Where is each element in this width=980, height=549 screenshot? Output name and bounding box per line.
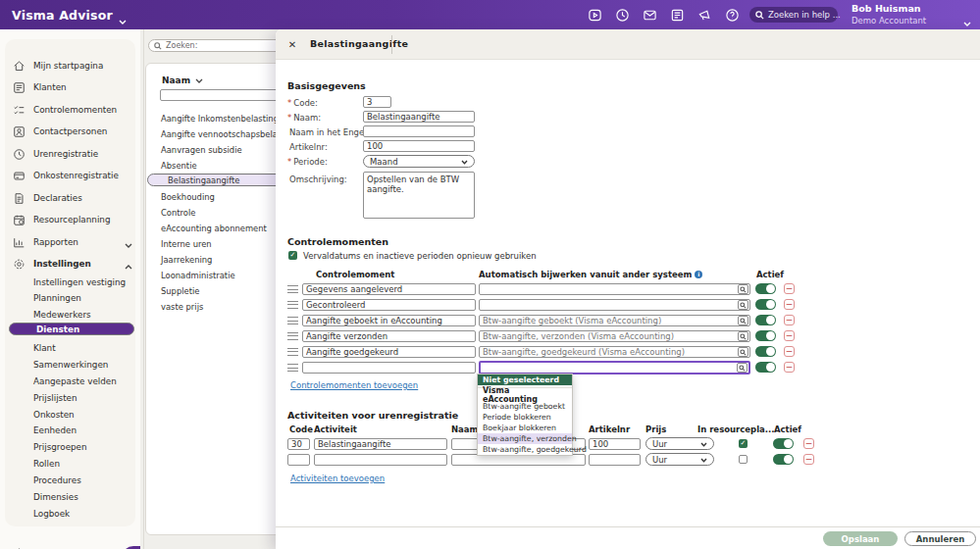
active-toggle[interactable] [755, 330, 776, 341]
controlemoment-input[interactable] [302, 346, 476, 358]
drag-handle-icon[interactable] [287, 301, 298, 309]
lookup-icon[interactable] [737, 363, 748, 373]
sidebar-item-onkosten[interactable]: Onkosten [13, 407, 132, 422]
video-tutorials-button[interactable] [587, 7, 603, 24]
help-button[interactable] [724, 7, 741, 24]
list-item[interactable]: Aangifte Inkomstenbelasting [147, 111, 288, 126]
list-item[interactable]: Loonadministratie [147, 268, 288, 283]
dropdown-option-hovered[interactable]: Btw-aangifte, verzonden [478, 433, 572, 444]
sidebar-item-procedures[interactable]: Procedures [13, 473, 132, 487]
artikelnr-cell-input[interactable] [589, 454, 641, 466]
drag-handle-icon[interactable] [287, 317, 298, 324]
resourceplanning-checkbox[interactable] [739, 455, 748, 464]
sidebar-item-controlemomenten[interactable]: Controlemomenten [13, 101, 132, 119]
lookup-icon[interactable] [738, 347, 748, 357]
lookup-icon[interactable] [738, 284, 748, 294]
sidebar-item-eenheden[interactable]: Eenheden [13, 423, 132, 437]
list-item[interactable]: Aanvragen subsidie [147, 142, 288, 158]
drag-handle-icon[interactable] [287, 332, 298, 340]
active-toggle[interactable] [773, 438, 794, 449]
column-header-naam[interactable]: Naam [162, 75, 203, 85]
drag-handle-icon[interactable] [287, 285, 298, 293]
sidebar-item-resourceplanning[interactable]: Resourceplanning [13, 211, 132, 228]
sidebar-item-instellingen[interactable]: Instellingen [13, 255, 132, 273]
add-activiteiten-link[interactable]: Activiteiten toevoegen [290, 474, 385, 483]
activiteit-cell-input[interactable] [314, 454, 447, 466]
sidebar-item-rollen[interactable]: Rollen [13, 456, 132, 471]
resourceplanning-checkbox[interactable]: ✓ [739, 439, 748, 448]
sidebar-item-contactpersonen[interactable]: Contactpersonen [13, 123, 132, 140]
sidebar-item-prijsgroepen[interactable]: Prijsgroepen [13, 439, 132, 454]
sidebar-item-diensten[interactable]: Diensten [9, 323, 134, 335]
cancel-button[interactable]: Annuleren [904, 531, 976, 546]
history-button[interactable] [614, 7, 631, 24]
info-icon[interactable]: i [695, 271, 702, 278]
controlemoment-input[interactable] [302, 315, 476, 326]
list-search-input[interactable]: Zoeken: [148, 39, 285, 52]
activiteit-cell-input[interactable] [314, 438, 447, 450]
remove-row-button[interactable]: − [784, 283, 795, 294]
dropdown-option[interactable]: Boekjaar blokkeren [478, 423, 572, 433]
drag-handle-icon[interactable] [287, 364, 298, 372]
dropdown-option-none[interactable]: Niet geselecteerd [478, 374, 572, 385]
remove-row-button[interactable]: − [803, 454, 814, 465]
controlemoment-input[interactable] [302, 330, 476, 342]
active-toggle[interactable] [755, 346, 776, 357]
news-button[interactable] [669, 7, 686, 24]
list-item-selected[interactable]: Belastingaangifte [147, 174, 288, 186]
app-logo[interactable]: Visma Advisor [12, 8, 127, 23]
remove-row-button[interactable]: − [784, 299, 795, 310]
sidebar-item-onkostenregistratie[interactable]: Onkostenregistratie [13, 167, 132, 184]
lookup-icon[interactable] [738, 331, 748, 341]
messages-button[interactable] [642, 7, 658, 24]
code-cell-input[interactable] [287, 454, 310, 466]
list-item[interactable]: Absentie [147, 158, 288, 174]
sidebar-item-declaraties[interactable]: Declaraties [13, 189, 132, 207]
lookup-icon[interactable] [738, 316, 748, 325]
omschrijving-textarea[interactable]: Opstellen van de BTW aangifte. [363, 172, 475, 219]
add-controlemomenten-link[interactable]: Controlemomenten toevoegen [290, 380, 418, 390]
list-item[interactable]: vaste prijs [147, 299, 288, 315]
naam-input[interactable] [363, 111, 475, 123]
artikelnr-cell-input[interactable] [589, 438, 641, 450]
remove-row-button[interactable]: − [784, 330, 795, 341]
auto-update-combo[interactable] [479, 330, 750, 342]
active-toggle[interactable] [755, 299, 776, 310]
remove-row-button[interactable]: − [784, 315, 795, 325]
code-cell-input[interactable] [287, 438, 310, 450]
user-menu-chevron-icon[interactable] [963, 12, 971, 17]
save-button[interactable]: Opslaan [823, 531, 898, 546]
active-toggle[interactable] [755, 283, 776, 294]
remove-row-button[interactable]: − [784, 346, 795, 357]
active-toggle[interactable] [755, 315, 776, 325]
sidebar-item-medewerkers[interactable]: Medewerkers [13, 307, 132, 322]
prijs-select[interactable]: Uur [645, 437, 714, 450]
auto-update-combo[interactable] [479, 283, 750, 295]
close-icon[interactable]: ✕ [285, 37, 299, 51]
sidebar-item-klanten[interactable]: Klanten [13, 78, 132, 96]
auto-update-combo-focused[interactable] [479, 361, 750, 374]
dropdown-option[interactable]: Periode blokkeren [478, 412, 572, 423]
list-item[interactable]: Suppletie [147, 283, 288, 299]
naam-engels-input[interactable] [363, 125, 475, 137]
code-input[interactable] [363, 96, 391, 108]
list-item[interactable]: Boekhouding [147, 189, 288, 205]
sidebar-item-planningen[interactable]: Planningen [13, 290, 132, 305]
active-toggle[interactable] [755, 362, 776, 373]
remove-row-button[interactable]: − [803, 438, 814, 449]
controlemoment-input[interactable] [302, 299, 476, 311]
announcements-button[interactable] [696, 7, 713, 24]
artikelnr-input[interactable] [363, 140, 475, 152]
sidebar-item-logboek[interactable]: Logboek [13, 506, 132, 521]
reuse-duedates-checkbox[interactable]: ✓ [288, 251, 297, 260]
sidebar-item-klant[interactable]: Klant [13, 340, 132, 355]
prijs-select[interactable]: Uur [645, 453, 714, 466]
sidebar-item-instellingen-vestiging[interactable]: Instellingen vestiging [13, 274, 132, 289]
drag-handle-icon[interactable] [287, 348, 298, 356]
sidebar-item-samenwerkingen[interactable]: Samenwerkingen [13, 357, 132, 372]
naam-filter-input[interactable] [160, 89, 280, 101]
sidebar-item-aangepaste-velden[interactable]: Aangepaste velden [13, 374, 132, 388]
list-item[interactable]: Controle [147, 205, 288, 221]
user-menu[interactable]: Bob Huisman Demo Accountant [851, 3, 926, 26]
auto-update-combo[interactable] [479, 346, 750, 358]
